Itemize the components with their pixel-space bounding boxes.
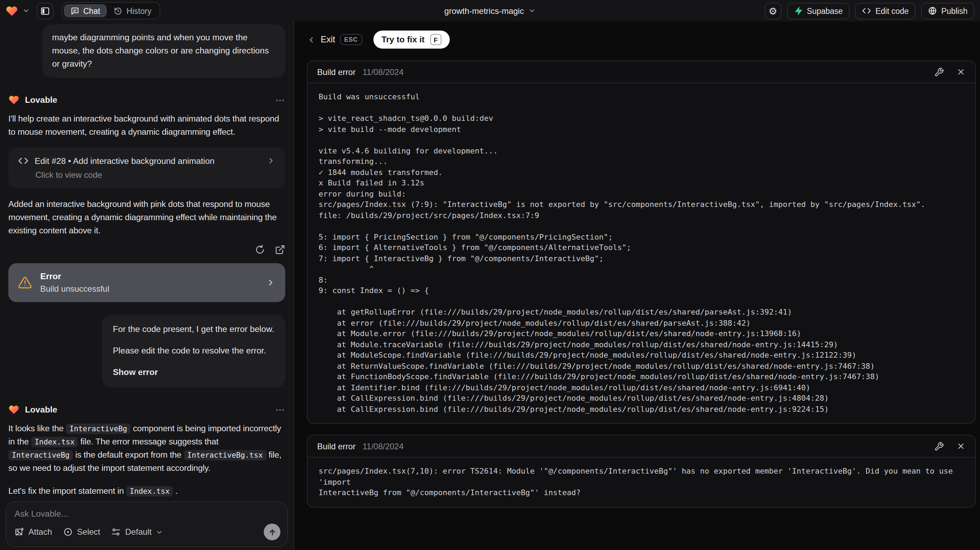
user-message-line: For the code present, I get the error be… — [113, 323, 274, 336]
chat-panel: maybe diagramming points and when you mo… — [0, 22, 294, 550]
chat-input[interactable] — [14, 509, 279, 523]
mode-default-dropdown[interactable]: Default — [111, 527, 164, 537]
assistant-paragraph: I'll help create an interactive backgrou… — [8, 113, 285, 139]
message-actions — [8, 244, 285, 255]
assistant-name: Lovable — [25, 405, 57, 414]
publish-button[interactable]: Publish — [921, 2, 974, 19]
build-error-card[interactable]: Error Build unsuccessful — [8, 263, 285, 302]
user-message-line: Please edit the code to resolve the erro… — [113, 344, 274, 358]
build-error-log-text: src/pages/Index.tsx(7,10): error TS2614:… — [318, 466, 964, 498]
mode-label: Default — [125, 527, 152, 537]
attach-button[interactable]: Attach — [14, 527, 52, 537]
inline-code: Index.tsx — [31, 437, 78, 447]
fix-wrench-button[interactable] — [934, 441, 944, 451]
assistant-paragraph: Let's fix the import statement in Index.… — [8, 485, 285, 498]
target-icon — [63, 527, 73, 537]
lovable-avatar-heart-icon — [8, 404, 19, 415]
workspace-toolbar: Exit ESC Try to fix it F — [307, 30, 976, 49]
build-error-log[interactable]: src/pages/Index.tsx(7,10): error TS2614:… — [307, 458, 975, 507]
message-more-button[interactable] — [275, 95, 285, 105]
close-icon[interactable] — [956, 67, 966, 77]
user-message: maybe diagramming points and when you mo… — [42, 24, 285, 78]
inline-code: Index.tsx — [126, 486, 173, 497]
top-header: Chat History growth-metrics-magic — [0, 0, 980, 22]
sidebar-toggle-button[interactable] — [37, 2, 53, 19]
chevron-right-icon — [266, 278, 275, 287]
project-chevron-down-icon — [528, 7, 536, 14]
exit-button[interactable]: Exit ESC — [307, 34, 362, 45]
send-button[interactable] — [264, 524, 280, 540]
try-to-fix-label: Try to fix it — [381, 35, 425, 45]
tab-chat[interactable]: Chat — [64, 4, 107, 18]
edit-28-subtitle: Click to view code — [35, 170, 275, 180]
panel-left-icon — [40, 6, 50, 16]
project-title-dropdown[interactable]: growth-metrics-magic — [444, 6, 535, 16]
code-brackets-icon — [18, 156, 29, 166]
assistant-name: Lovable — [25, 95, 57, 105]
error-card-title: Error — [40, 271, 109, 281]
lovable-logo-heart-icon[interactable] — [6, 5, 18, 17]
edit-code-button[interactable]: Edit code — [856, 2, 916, 19]
tab-history-label: History — [127, 6, 152, 15]
restore-icon[interactable] — [255, 244, 265, 255]
message-more-button[interactable] — [275, 405, 285, 415]
chat-history-segmented-control: Chat History — [62, 2, 160, 19]
try-to-fix-button[interactable]: Try to fix it F — [373, 30, 449, 49]
close-icon[interactable] — [956, 442, 966, 451]
error-card-subtitle: Build unsuccessful — [40, 284, 109, 294]
panel-date: 11/08/2024 — [363, 67, 404, 77]
build-error-panel: Build error 11/08/2024 src/pages/Index.t… — [307, 435, 976, 507]
inline-code: InteractiveBg — [8, 450, 73, 461]
settings-button[interactable]: ⚙ — [765, 2, 781, 19]
chat-input-container: Attach Select Default — [6, 501, 288, 547]
error-workspace: Exit ESC Try to fix it F Build error 11/… — [294, 22, 980, 550]
supabase-label: Supabase — [807, 6, 843, 15]
project-title: growth-metrics-magic — [444, 6, 523, 16]
chat-bubble-icon — [71, 6, 79, 15]
supabase-button[interactable]: Supabase — [787, 2, 850, 19]
build-error-log-text: Build was unsuccessful > vite_react_shad… — [318, 92, 964, 414]
chevron-left-icon — [307, 35, 316, 44]
panel-title: Build error — [317, 441, 356, 451]
inline-code: InteractiveBg.tsx — [184, 450, 266, 461]
build-error-panel-header: Build error 11/08/2024 — [307, 435, 975, 458]
build-error-log[interactable]: Build was unsuccessful > vite_react_shad… — [307, 83, 975, 423]
edit-code-label: Edit code — [875, 6, 909, 15]
build-error-panel-header: Build error 11/08/2024 — [307, 61, 975, 83]
panel-date: 11/08/2024 — [363, 441, 404, 451]
build-error-panel: Build error 11/08/2024 Build was unsucce… — [307, 61, 976, 424]
select-element-button[interactable]: Select — [63, 527, 100, 537]
warning-triangle-icon — [18, 276, 32, 290]
chat-message-list[interactable]: maybe diagramming points and when you mo… — [0, 22, 294, 550]
lovable-avatar-heart-icon — [8, 94, 19, 105]
user-message-text: maybe diagramming points and when you mo… — [52, 31, 275, 71]
user-message: For the code present, I get the error be… — [102, 314, 285, 387]
app-root: Chat History growth-metrics-magic — [0, 0, 980, 550]
edit-28-card[interactable]: Edit #28 • Add interactive background an… — [8, 147, 285, 188]
assistant-header: Lovable — [8, 94, 285, 105]
workspace-chevron-down-icon[interactable] — [22, 7, 30, 14]
edit-28-title: Edit #28 • Add interactive background an… — [35, 156, 215, 166]
arrow-up-icon — [267, 528, 277, 536]
inline-code: InteractiveBg — [66, 424, 130, 434]
sliders-icon — [111, 527, 121, 537]
image-plus-icon — [14, 527, 24, 537]
tab-history[interactable]: History — [107, 4, 159, 18]
code-brackets-icon — [862, 6, 871, 15]
history-icon — [114, 6, 123, 15]
show-error-link[interactable]: Show error — [113, 366, 274, 379]
assistant-header: Lovable — [8, 404, 285, 415]
tab-chat-label: Chat — [83, 6, 100, 15]
fix-key-badge: F — [430, 34, 441, 45]
fix-wrench-button[interactable] — [934, 67, 944, 77]
open-external-icon[interactable] — [275, 244, 285, 255]
attach-label: Attach — [29, 527, 52, 537]
chevron-down-icon — [156, 528, 164, 536]
esc-key-badge: ESC — [340, 34, 362, 45]
panel-title: Build error — [317, 67, 356, 77]
assistant-paragraph: Added an interactive background with pin… — [8, 198, 285, 238]
publish-label: Publish — [942, 6, 967, 15]
globe-icon — [928, 6, 937, 15]
gear-icon: ⚙ — [768, 6, 777, 16]
select-label: Select — [77, 527, 100, 537]
